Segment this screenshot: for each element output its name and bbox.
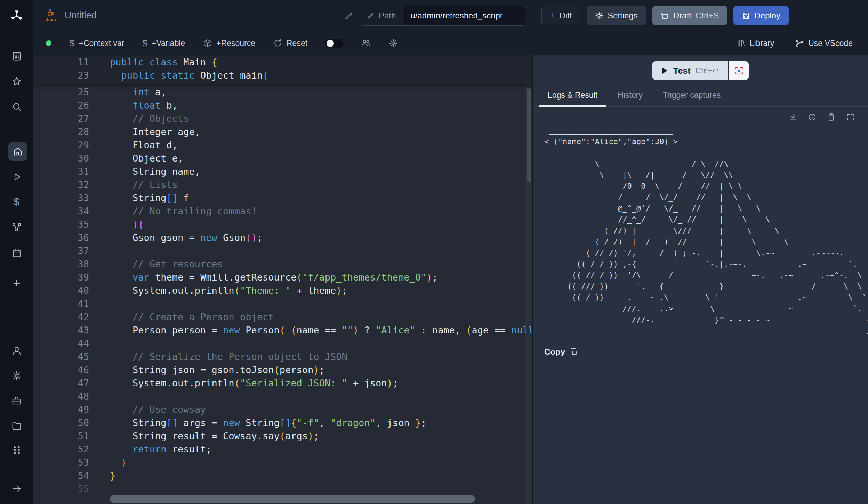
code-text: Object e,: [89, 152, 183, 165]
download-icon[interactable]: [789, 113, 797, 121]
code-line[interactable]: 25 int a,: [33, 86, 532, 99]
code-line[interactable]: 46 String json = gson.toJson(person);: [33, 363, 532, 377]
code-line[interactable]: 49 // Use cowsay: [33, 403, 532, 416]
line-number: 38: [33, 258, 89, 271]
sidebar-item-runs[interactable]: [8, 168, 25, 185]
code-line[interactable]: 51 String result = Cowsay.say(args);: [33, 430, 532, 443]
deploy-button[interactable]: Deploy: [733, 6, 789, 25]
code-text: // Use cowsay: [89, 403, 206, 416]
add-resource-button[interactable]: +Resource: [203, 39, 255, 48]
code-line[interactable]: 48: [33, 390, 532, 403]
code-line[interactable]: 39 var theme = Wmill.getResource("f/app_…: [33, 271, 532, 284]
code-line[interactable]: 27 // Objects: [33, 112, 532, 125]
code-line[interactable]: 33 String[] f: [33, 191, 532, 205]
sidebar-item-folders[interactable]: [8, 417, 25, 434]
code-line[interactable]: 42 // Create a Person object: [33, 310, 532, 324]
sidebar-item-home[interactable]: [8, 142, 27, 161]
line-number: 36: [33, 231, 89, 244]
capture-button[interactable]: [729, 61, 749, 80]
assistant-toggle[interactable]: [326, 39, 343, 48]
code-line[interactable]: 35 ){: [33, 218, 532, 231]
code-line[interactable]: 47 System.out.println("Serialized JSON: …: [33, 377, 532, 390]
sidebar-item-variables[interactable]: $: [8, 194, 25, 210]
sidebar-item-users[interactable]: [8, 342, 25, 359]
diff-button[interactable]: ± Diff: [541, 6, 580, 25]
test-button[interactable]: Test Ctrl+↵: [652, 61, 728, 80]
code-line[interactable]: 34 // No trailing commas!: [33, 205, 532, 218]
clipboard-copy-icon[interactable]: [569, 348, 578, 356]
add-button[interactable]: +: [8, 275, 25, 292]
copy-label[interactable]: Copy: [544, 347, 565, 357]
windmill-logo-icon[interactable]: [8, 7, 26, 25]
reset-button[interactable]: Reset: [273, 39, 307, 48]
settings-button[interactable]: Settings: [587, 6, 646, 25]
code-line[interactable]: 50 String[] args = new String[]{"-f", "d…: [33, 416, 532, 430]
path-input[interactable]: [403, 6, 526, 25]
copy-result-icon[interactable]: [827, 113, 836, 121]
library-button[interactable]: Library: [737, 39, 774, 48]
line-number: 35: [33, 218, 89, 231]
editor-settings-button[interactable]: [389, 39, 398, 48]
code-line[interactable]: 52 return result;: [33, 443, 532, 456]
draft-button[interactable]: Draft Ctrl+S: [652, 6, 727, 25]
path-label: Path: [379, 11, 396, 21]
expand-icon[interactable]: [846, 113, 855, 121]
code-editor[interactable]: 11public class Main {23 public static Ob…: [33, 55, 532, 504]
code-line[interactable]: 55: [33, 482, 532, 496]
code-line[interactable]: 44: [33, 337, 532, 350]
use-vscode-button[interactable]: Use VScode: [795, 39, 853, 48]
sidebar-item-settings[interactable]: [8, 368, 25, 384]
collapse-sidebar-button[interactable]: [8, 480, 25, 497]
line-number: 52: [33, 443, 89, 456]
code-line[interactable]: 28 Integer age,: [33, 125, 532, 139]
code-line[interactable]: 32 // Lists: [33, 178, 532, 191]
use-vscode-label: Use VScode: [808, 39, 853, 48]
code-text: [89, 390, 110, 403]
code-line[interactable]: 30 Object e,: [33, 152, 532, 165]
add-context-var-button[interactable]: $ +Context var: [70, 38, 124, 49]
sidebar-item-groups[interactable]: [8, 442, 25, 458]
briefcase-icon: [11, 395, 22, 406]
tab-history[interactable]: History: [609, 86, 651, 106]
code-line[interactable]: 23 public static Object main(: [33, 69, 532, 82]
code-line[interactable]: 37: [33, 244, 532, 258]
sidebar-item-resources[interactable]: [8, 219, 25, 236]
sidebar-item-schedules[interactable]: [8, 244, 25, 261]
add-variable-button[interactable]: $ +Variable: [143, 38, 185, 49]
code-text: String json = gson.toJson(person);: [89, 363, 325, 377]
code-line[interactable]: 40 System.out.println("Theme: " + theme)…: [33, 284, 532, 297]
code-line[interactable]: 36 Gson gson = new Gson();: [33, 231, 532, 244]
code-line[interactable]: 31 String name,: [33, 165, 532, 178]
dollar-icon: $: [70, 38, 74, 49]
vertical-scrollbar[interactable]: [527, 88, 531, 182]
info-icon[interactable]: [808, 113, 817, 121]
collaborators-button[interactable]: [361, 38, 371, 48]
line-number: 33: [33, 191, 89, 205]
code-line[interactable]: 11public class Main {: [33, 56, 532, 69]
horizontal-scrollbar[interactable]: [110, 495, 475, 503]
code-line[interactable]: 54}: [33, 469, 532, 482]
code-line[interactable]: 38 // Get resources: [33, 258, 532, 271]
sidebar-item-workers[interactable]: [8, 392, 25, 409]
favorites-button[interactable]: [8, 73, 25, 90]
apps-button[interactable]: [8, 48, 25, 64]
script-title-input[interactable]: [65, 10, 339, 21]
code-line[interactable]: 53 }: [33, 456, 532, 469]
tab-trigger-captures[interactable]: Trigger captures: [654, 86, 729, 106]
code-text: System.out.println("Serialized JSON: " +…: [89, 377, 398, 390]
line-number: 45: [33, 350, 89, 363]
search-button[interactable]: [8, 99, 25, 115]
code-line[interactable]: 43 Person person = new Person( (name == …: [33, 324, 532, 337]
line-number: 49: [33, 403, 89, 416]
edit-path-pencil-icon: [367, 12, 375, 19]
sidebar: $ +: [0, 0, 33, 504]
code-line[interactable]: 29 Float d,: [33, 139, 532, 152]
code-line[interactable]: 26 float b,: [33, 99, 532, 112]
code-text: return result;: [89, 443, 212, 456]
library-icon: [737, 39, 746, 48]
edit-title-pencil-icon[interactable]: [344, 11, 353, 20]
code-line[interactable]: 41: [33, 297, 532, 310]
tab-logs-result[interactable]: Logs & Result: [539, 86, 606, 107]
line-number: 26: [33, 99, 89, 112]
code-line[interactable]: 45 // Serialize the Person object to JSO…: [33, 350, 532, 363]
